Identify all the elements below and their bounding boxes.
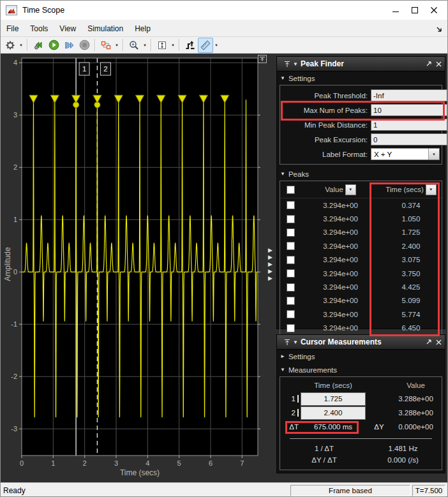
pf-peaks-section-header[interactable]: ▼ Peaks (277, 167, 445, 181)
step-forward-button[interactable] (61, 38, 77, 53)
stop-button[interactable] (77, 38, 92, 53)
peak-checkbox[interactable] (287, 228, 295, 237)
cursor-measurements-button[interactable] (198, 38, 213, 53)
scale-axes-button[interactable] (154, 38, 170, 53)
y-tick-label: -1 (11, 320, 17, 328)
close-button[interactable] (424, 3, 444, 17)
step-back-button[interactable] (31, 38, 46, 53)
scope-settings-caret[interactable]: ▼ (18, 38, 24, 52)
menu-bar: FileToolsViewSimulationHelp (1, 20, 447, 37)
peak-value: 3.294e+00 (301, 215, 380, 223)
toolbar-separator (123, 39, 124, 51)
menu-tools[interactable]: Tools (24, 22, 54, 36)
peak-checkbox[interactable] (287, 201, 295, 209)
menu-simulation[interactable]: Simulation (82, 22, 129, 36)
status-bar: Ready Frame based T=7.500 (1, 482, 447, 497)
scale-axes-caret[interactable]: ▼ (170, 38, 176, 52)
cursor1-tag: 1 (292, 395, 295, 403)
peak-time: 1.050 (402, 215, 421, 223)
label-format-select[interactable]: X + Y▼ (371, 148, 440, 160)
peak-checkbox[interactable] (287, 242, 295, 250)
close-panel-icon[interactable] (436, 61, 442, 67)
collapse-panel-icon[interactable]: ▼ (293, 61, 298, 67)
peak-finder-header: ▼ Peak Finder (277, 57, 445, 71)
peak-checkbox[interactable] (287, 324, 295, 332)
zoom-button[interactable] (126, 38, 142, 53)
setting-input-1[interactable] (371, 104, 447, 116)
peak-checkbox[interactable] (287, 256, 295, 264)
menu-view[interactable]: View (54, 22, 82, 36)
peak-value: 3.294e+00 (301, 202, 380, 209)
peak-time: 3.075 (402, 256, 421, 263)
peak-time: 0.374 (402, 202, 421, 209)
pin-icon[interactable] (284, 61, 290, 68)
scope-settings-button[interactable] (3, 38, 18, 53)
splitter-arrow-icon: ▶ (268, 247, 275, 253)
setting-input-3[interactable] (371, 133, 447, 145)
undock-icon[interactable] (426, 339, 432, 345)
cm-measurements-section-label: Measurements (288, 366, 337, 374)
select-all-checkbox[interactable] (287, 186, 295, 194)
cursor2-time-input[interactable] (301, 406, 366, 420)
inverse-delta-t-label: 1 / ΔT (282, 445, 366, 452)
simulink-snapshot-button[interactable] (98, 38, 114, 53)
peak-checkbox[interactable] (287, 297, 295, 305)
cursor-1-label: 1 (82, 65, 86, 73)
setting-label: Max Num of Peaks: (282, 107, 371, 114)
peak-checkbox[interactable] (287, 283, 295, 292)
maximize-axes-button[interactable] (258, 55, 267, 63)
cursor-measurements-panel: ▼ Cursor Measurements ► Settings ▼ Measu… (276, 334, 445, 473)
menu-help[interactable]: Help (129, 22, 156, 36)
section-expand-icon: ► (280, 353, 285, 359)
peak-row-3: 3.294e+002.400 (280, 239, 442, 253)
window-controls (386, 1, 444, 20)
splitter-arrow-icon: ▶ (268, 275, 275, 281)
peaks-table-body: 3.294e+000.3743.294e+001.0503.294e+001.7… (280, 198, 442, 335)
peak-finder-button[interactable] (183, 38, 198, 53)
peak-row-1: 3.294e+001.050 (280, 212, 442, 225)
x-tick-label: 1 (51, 459, 55, 467)
collapse-panel-icon[interactable]: ▼ (293, 339, 298, 345)
setting-input-2[interactable] (371, 119, 447, 131)
peak-checkbox[interactable] (287, 310, 295, 318)
cm-measurements-section-header[interactable]: ▼ Measurements (277, 363, 445, 376)
peak-checkbox[interactable] (287, 269, 295, 278)
time-sort-button[interactable]: ▼ (426, 184, 437, 195)
setting-input-0[interactable] (371, 89, 447, 101)
zoom-caret[interactable]: ▼ (142, 38, 148, 52)
cursor-measurements-caret[interactable]: ▼ (213, 38, 220, 52)
peak-row-7: 3.294e+005.099 (280, 294, 442, 308)
peak-finder-title: Peak Finder (301, 59, 422, 68)
cm-time-header: Time (secs) (314, 382, 352, 389)
maximize-button[interactable] (405, 3, 424, 17)
x-tick-label: 3 (114, 459, 118, 467)
simulink-snapshot-caret[interactable]: ▼ (114, 38, 120, 52)
label-format-value: X + Y (371, 151, 428, 158)
pf-settings-section-header[interactable]: ▼ Settings (277, 71, 445, 85)
chevron-down-icon[interactable]: ▼ (428, 149, 439, 159)
minimize-button[interactable] (386, 3, 405, 17)
close-panel-icon[interactable] (436, 339, 442, 345)
dock-arrow-icon[interactable] (436, 24, 443, 36)
cursor2-value: 3.288e+00 (392, 409, 440, 417)
setting-row-0: Peak Threshold: (282, 88, 440, 103)
cursor1-time-input[interactable] (301, 392, 366, 406)
x-axis-label: Time (secs) (22, 468, 258, 477)
menu-file[interactable]: File (1, 22, 24, 36)
peak-value: 3.294e+00 (301, 256, 380, 263)
pin-icon[interactable] (284, 339, 290, 346)
peak-value: 3.294e+00 (301, 297, 380, 304)
peak-value: 3.294e+00 (301, 311, 380, 318)
measurements-header-row: Time (secs) Value (282, 379, 440, 392)
undock-icon[interactable] (426, 61, 432, 67)
cm-settings-section-header[interactable]: ► Settings (277, 350, 445, 363)
value-sort-button[interactable]: ▼ (345, 184, 356, 195)
cursor2-row: 2 3.288e+00 (282, 406, 440, 420)
cursor-measurements-header: ▼ Cursor Measurements (277, 335, 445, 350)
peak-checkbox[interactable] (287, 215, 295, 223)
delta-y-label: ΔY (366, 423, 392, 431)
play-button[interactable] (46, 38, 61, 53)
setting-label: Peak Excursion: (282, 136, 371, 144)
time-scope-window: Time Scope FileToolsViewSimulationHelp (0, 0, 448, 497)
panel-splitter[interactable]: ▶ ▶ ▶ ▶ ▶ (268, 247, 275, 281)
